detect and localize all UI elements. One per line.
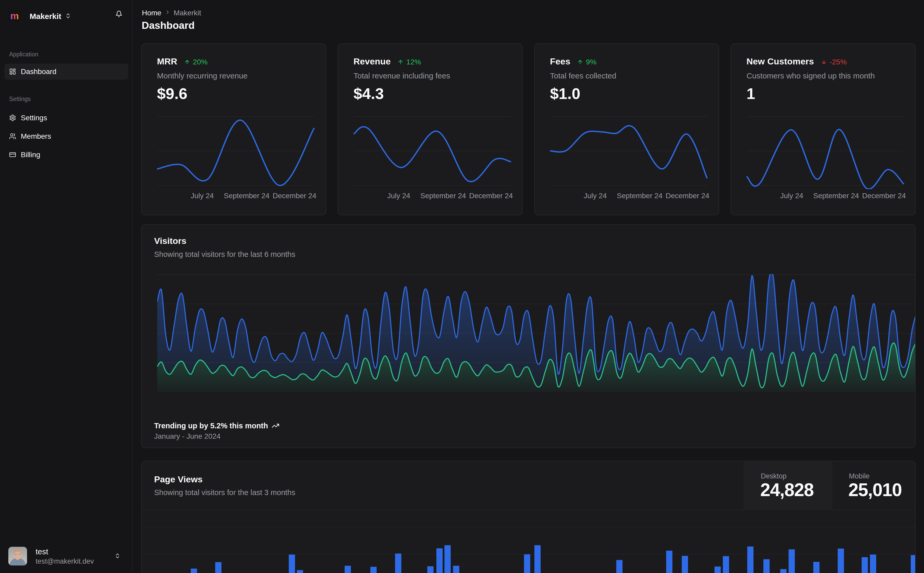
svg-text:m: m	[10, 11, 19, 21]
